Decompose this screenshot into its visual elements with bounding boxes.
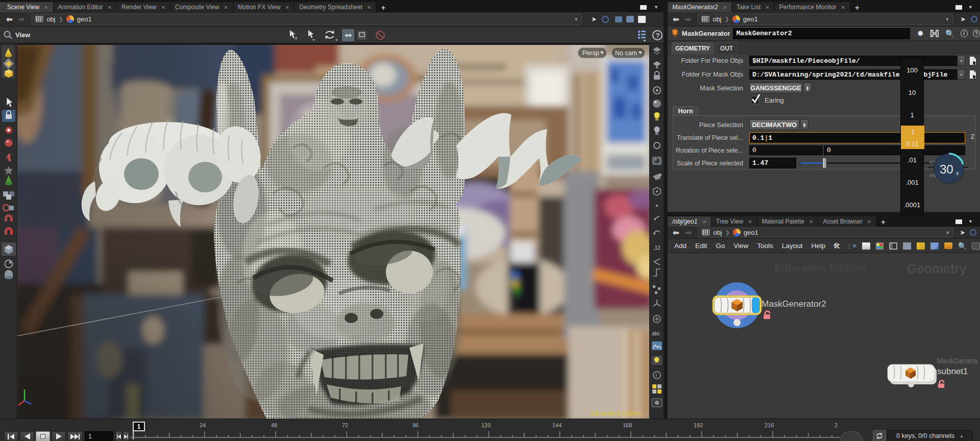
svg-text:,12: ,12 (653, 245, 660, 251)
svg-text:30: 30 (940, 162, 953, 176)
svg-text:Education Edition: Education Edition (590, 409, 642, 417)
svg-text:Persp: Persp (582, 50, 599, 57)
svg-text:x: x (956, 170, 959, 176)
svg-text:i: i (656, 373, 657, 378)
svg-text:No cam: No cam (615, 50, 637, 57)
svg-text:?: ? (656, 32, 660, 39)
svg-text:abc: abc (652, 331, 660, 336)
